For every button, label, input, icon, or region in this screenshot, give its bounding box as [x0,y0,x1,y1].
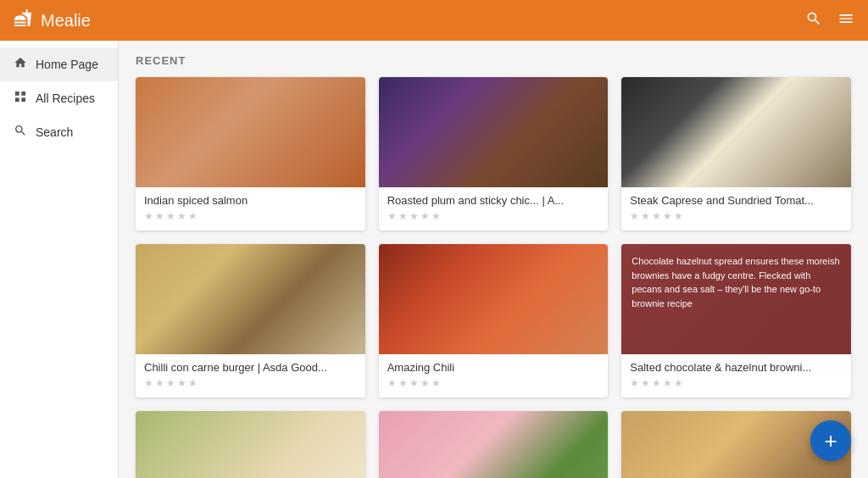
recipe-stars: ★★★★★ [387,377,600,389]
star-icon: ★ [166,377,175,389]
recipe-overlay-text: Chocolate hazelnut spread ensures these … [621,244,851,354]
recipe-card-image [621,77,851,187]
star-icon: ★ [663,210,672,222]
star-icon: ★ [409,210,419,222]
star-icon: ★ [177,210,186,222]
star-icon: ★ [177,377,186,389]
topbar-right [805,10,854,31]
section-label: RECENT [136,54,851,67]
star-icon: ★ [674,210,683,222]
recipe-card[interactable]: Pink Smoothie [379,411,609,478]
star-icon: ★ [155,377,164,389]
recipe-stars: ★★★★★ [144,377,357,389]
star-icon: ★ [166,210,175,222]
recipe-card-body: Amazing Chili ★★★★★ [379,354,609,397]
recipe-stars: ★★★★★ [630,377,843,389]
star-icon: ★ [641,377,650,389]
recipe-card-title: Salted chocolate & hazelnut browni... [630,361,843,374]
topbar-left: Mealie [14,8,91,32]
logo-icon [14,8,32,32]
app-title: Mealie [41,11,91,31]
sidebar-item-all-recipes-label: All Recipes [36,92,95,105]
search-nav-icon [14,124,27,141]
recipe-card[interactable]: Chocolate hazelnut spread ensures these … [621,244,851,397]
star-icon: ★ [420,377,430,389]
recipe-stars: ★★★★★ [144,210,357,222]
recipe-card-title: Indian spiced salmon [144,194,357,207]
layout: Home Page All Recipes Search RECENT Indi… [0,41,868,478]
recipe-card-image [379,244,609,354]
recipe-card-body: Chilli con carne burger | Asda Good... ★… [136,354,365,397]
recipe-card[interactable]: Roasted plum and sticky chic... | A... ★… [379,77,609,231]
star-icon: ★ [155,210,164,222]
recipe-card[interactable]: Steak Caprese and Sundried Tomat... ★★★★… [621,77,851,231]
star-icon: ★ [641,210,650,222]
sidebar-item-home[interactable]: Home Page [0,47,118,81]
recipe-card-body: Roasted plum and sticky chic... | A... ★… [379,187,609,231]
star-icon: ★ [652,210,661,222]
main-content: RECENT Indian spiced salmon ★★★★★ Roaste… [119,41,868,478]
recipe-card-title: Steak Caprese and Sundried Tomat... [630,194,843,207]
sidebar-item-search-label: Search [36,125,73,139]
recipe-grid: Indian spiced salmon ★★★★★ Roasted plum … [136,77,851,478]
star-icon: ★ [398,377,408,389]
star-icon: ★ [188,210,198,222]
add-recipe-fab[interactable]: + [810,420,851,461]
sidebar-item-search[interactable]: Search [0,115,118,149]
home-icon [14,56,27,73]
recipe-card-title: Roasted plum and sticky chic... | A... [387,194,600,207]
grid-icon [14,90,27,107]
recipe-card-body: Steak Caprese and Sundried Tomat... ★★★★… [621,187,851,231]
star-icon: ★ [674,377,683,389]
star-icon: ★ [630,210,639,222]
star-icon: ★ [630,377,639,389]
recipe-card-image [379,77,609,187]
recipe-card[interactable]: Indian spiced salmon ★★★★★ [136,77,365,231]
star-icon: ★ [387,377,397,389]
star-icon: ★ [144,377,153,389]
recipe-stars: ★★★★★ [387,210,600,222]
recipe-card-image [379,411,609,478]
recipe-card[interactable]: Chilli con carne burger | Asda Good... ★… [136,244,365,397]
star-icon: ★ [409,377,419,389]
star-icon: ★ [188,377,198,389]
sidebar-item-home-label: Home Page [36,58,98,71]
recipe-stars: ★★★★★ [630,210,843,222]
star-icon: ★ [144,210,153,222]
recipe-card-title: Amazing Chili [387,361,600,374]
recipe-card-body: Indian spiced salmon ★★★★★ [136,187,365,231]
star-icon: ★ [420,210,430,222]
sidebar-item-all-recipes[interactable]: All Recipes [0,81,118,115]
recipe-card-image [136,244,365,354]
recipe-card-title: Chilli con carne burger | Asda Good... [144,361,357,374]
star-icon: ★ [398,210,408,222]
recipe-card-image [136,411,365,478]
star-icon: ★ [652,377,661,389]
recipe-card[interactable]: Noodle Bowl [136,411,365,478]
recipe-card-body: Salted chocolate & hazelnut browni... ★★… [621,354,851,397]
star-icon: ★ [431,377,441,389]
recipe-card-image: Chocolate hazelnut spread ensures these … [621,244,851,354]
menu-icon[interactable] [837,10,854,31]
sidebar: Home Page All Recipes Search [0,41,119,478]
topbar: Mealie [0,0,868,41]
recipe-card[interactable]: Amazing Chili ★★★★★ [379,244,609,397]
star-icon: ★ [387,210,397,222]
star-icon: ★ [431,210,441,222]
star-icon: ★ [663,377,672,389]
search-icon[interactable] [805,10,822,31]
recipe-card-image [136,77,365,187]
